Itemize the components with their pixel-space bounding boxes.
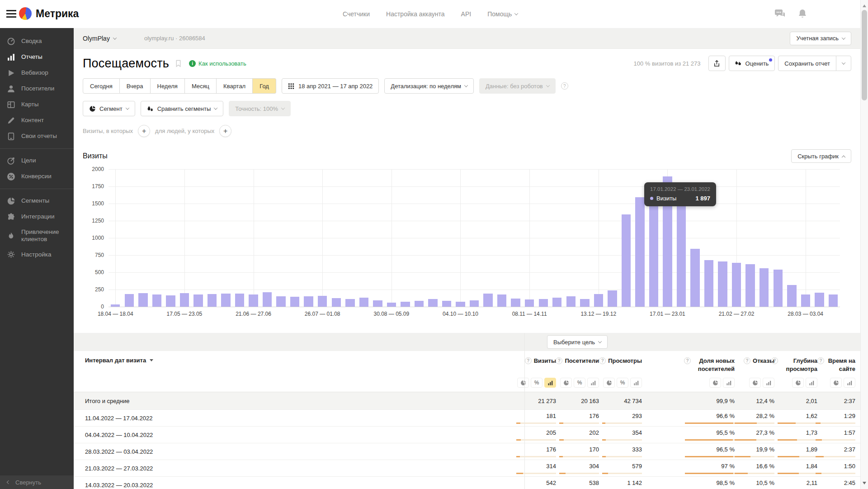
- page-scrollbar[interactable]: [860, 0, 868, 489]
- chart-bar[interactable]: [774, 270, 783, 307]
- chart-bar[interactable]: [801, 294, 810, 307]
- chart-bar[interactable]: [704, 260, 713, 307]
- table-row[interactable]: 04.04.2022 — 10.04.202220520235495,5 %27…: [74, 426, 860, 443]
- metric-toggle-bars-icon[interactable]: [844, 378, 855, 388]
- metric-toggle-pie-icon[interactable]: [603, 378, 615, 388]
- chart-bar[interactable]: [442, 301, 451, 307]
- metric-toggle-pie-icon[interactable]: [830, 378, 842, 388]
- column-header-depth[interactable]: ?Глубина просмотра: [774, 357, 817, 388]
- chart-bar[interactable]: [401, 302, 410, 307]
- chart-bar[interactable]: [497, 294, 506, 307]
- help-icon[interactable]: ?: [556, 357, 562, 364]
- period-button-0[interactable]: Сегодня: [83, 78, 120, 94]
- metrika-logo[interactable]: Метрика: [19, 7, 79, 20]
- detalization-button[interactable]: Детализация: по неделям: [384, 78, 474, 94]
- export-share-button[interactable]: [708, 56, 726, 71]
- nav-counters[interactable]: Счетчики: [343, 10, 370, 18]
- notifications-bell-icon[interactable]: [797, 9, 808, 19]
- metric-toggle-bars-icon[interactable]: [806, 378, 817, 388]
- chart-bar[interactable]: [787, 285, 796, 307]
- period-button-2[interactable]: Неделя: [151, 78, 185, 94]
- chart-bar[interactable]: [829, 294, 838, 307]
- metric-toggle-pie-icon[interactable]: [792, 378, 804, 388]
- chart-bar[interactable]: [745, 264, 755, 307]
- chart-bar[interactable]: [483, 294, 492, 307]
- metric-toggle-pie-icon[interactable]: [517, 378, 529, 388]
- segment-button[interactable]: Сегмент: [83, 101, 135, 116]
- help-icon[interactable]: ?: [599, 357, 606, 364]
- chart-bar[interactable]: [125, 294, 134, 307]
- how-to-use-link[interactable]: i Как использовать: [189, 60, 246, 67]
- chart-bar[interactable]: [580, 299, 589, 307]
- metric-toggle-bars-icon[interactable]: [544, 378, 556, 388]
- table-row[interactable]: 21.03.2022 — 27.03.202231430457997 %16,6…: [74, 460, 860, 476]
- period-button-3[interactable]: Месяц: [185, 78, 217, 94]
- sidebar-item-segments[interactable]: Сегменты: [0, 193, 74, 209]
- chart-bar[interactable]: [290, 297, 299, 307]
- help-icon[interactable]: ?: [684, 357, 691, 364]
- hide-chart-button[interactable]: Скрыть график: [791, 149, 851, 163]
- account-button[interactable]: Учетная запись: [790, 32, 851, 45]
- save-report-button[interactable]: Сохранить отчет: [778, 56, 836, 71]
- bookmark-icon[interactable]: [175, 60, 182, 67]
- scroll-down-icon[interactable]: [863, 482, 866, 486]
- sidebar-item-reports[interactable]: Отчеты: [0, 49, 74, 65]
- save-report-dropdown-button[interactable]: [836, 56, 851, 71]
- chart-bar[interactable]: [387, 303, 396, 307]
- sidebar-item-visitors[interactable]: Посетители: [0, 81, 74, 97]
- chart-bar[interactable]: [594, 294, 603, 307]
- table-row[interactable]: 11.04.2022 — 17.04.202218117629396,6 %28…: [74, 409, 860, 426]
- accuracy-button[interactable]: Точность: 100%: [229, 101, 291, 116]
- column-header-bounce[interactable]: ?Отказы: [735, 357, 774, 388]
- chart-bar[interactable]: [138, 293, 147, 307]
- chart-bar[interactable]: [276, 296, 285, 307]
- column-header-time[interactable]: ?Время на сайте: [817, 357, 855, 388]
- help-icon[interactable]: ?: [817, 357, 824, 364]
- chart-bar[interactable]: [373, 300, 382, 307]
- scroll-up-icon[interactable]: [863, 3, 866, 7]
- chart-bar[interactable]: [566, 296, 576, 307]
- metric-toggle-pie-icon[interactable]: [560, 378, 572, 388]
- period-button-1[interactable]: Вчера: [120, 78, 151, 94]
- chart-bar[interactable]: [180, 293, 189, 307]
- sidebar-collapse-button[interactable]: Свернуть: [0, 475, 74, 489]
- metric-toggle-bars-icon[interactable]: [587, 378, 599, 388]
- sidebar-item-custom-reports[interactable]: Свои отчеты: [0, 128, 74, 144]
- chart-bar[interactable]: [193, 294, 203, 307]
- chart-bar[interactable]: [456, 302, 465, 307]
- column-header-views[interactable]: ?Просмотры%: [599, 357, 642, 388]
- help-icon[interactable]: ?: [525, 357, 532, 364]
- chart-bar[interactable]: [470, 300, 479, 307]
- chart-bar[interactable]: [249, 294, 258, 307]
- chart-bar[interactable]: [304, 296, 313, 307]
- sidebar-item-content[interactable]: Контент: [0, 113, 74, 128]
- chart-bar[interactable]: [718, 261, 727, 307]
- chart-bar[interactable]: [815, 293, 824, 307]
- chat-icon[interactable]: [774, 9, 786, 19]
- help-icon[interactable]: ?: [771, 357, 778, 364]
- metric-toggle-bars-icon[interactable]: [723, 378, 735, 388]
- chart-bar[interactable]: [608, 290, 617, 307]
- metric-toggle-bars-icon[interactable]: [763, 378, 774, 388]
- sidebar-item-goals[interactable]: Цели: [0, 153, 74, 169]
- chart-bar[interactable]: [318, 296, 327, 307]
- compare-segments-button[interactable]: Сравнить сегменты: [141, 101, 224, 116]
- chart-bar[interactable]: [732, 263, 741, 307]
- rate-button[interactable]: Оценить: [729, 56, 775, 71]
- chart-bar[interactable]: [221, 294, 230, 307]
- sidebar-item-summary[interactable]: Сводка: [0, 33, 74, 49]
- period-button-4[interactable]: Квартал: [217, 78, 253, 94]
- select-goal-button[interactable]: Выберите цель: [547, 335, 608, 349]
- sidebar-item-maps[interactable]: Карты: [0, 97, 74, 113]
- column-header-new-visitors-share[interactable]: ?Доля новых посетителей: [642, 357, 735, 388]
- help-icon[interactable]: ?: [561, 82, 568, 90]
- chart-bar[interactable]: [690, 249, 699, 307]
- chart-bar[interactable]: [152, 294, 161, 307]
- metric-toggle-percent-icon[interactable]: %: [531, 378, 542, 388]
- metric-toggle-percent-icon[interactable]: %: [617, 378, 628, 388]
- chart-bar[interactable]: [539, 299, 548, 307]
- period-button-5[interactable]: Год: [253, 78, 276, 94]
- chart-bar[interactable]: [166, 295, 175, 307]
- scrollbar-thumb[interactable]: [862, 10, 867, 100]
- metric-toggle-pie-icon[interactable]: [709, 378, 721, 388]
